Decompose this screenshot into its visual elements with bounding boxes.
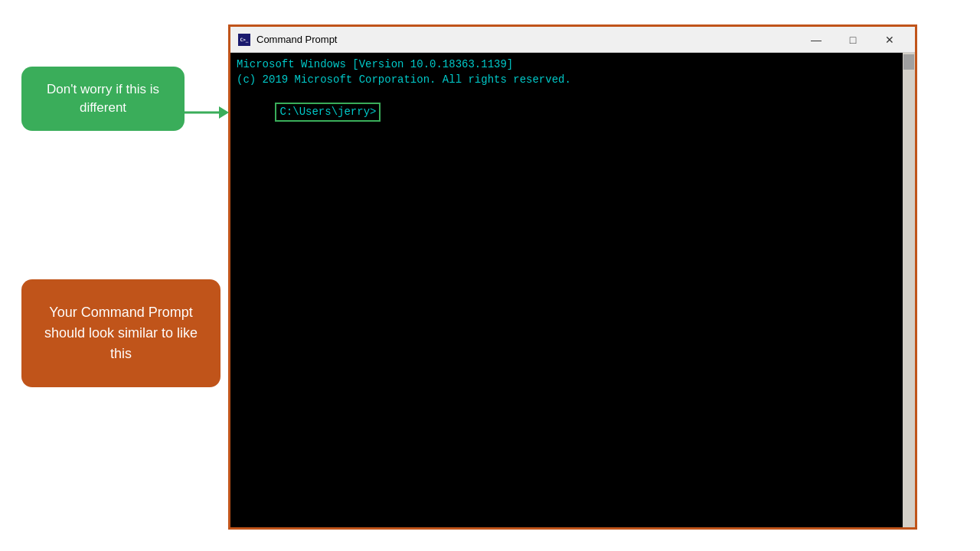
close-button[interactable]: ✕ <box>872 29 907 51</box>
cmd-terminal-content: Microsoft Windows [Version 10.0.18363.11… <box>230 53 915 527</box>
cmd-prompt-line: C:\Users\jerry> <box>237 87 909 137</box>
annotation-bubble-orange: Your Command Prompt should look similar … <box>21 279 220 387</box>
svg-marker-1 <box>219 106 229 119</box>
cmd-title: Command Prompt <box>256 34 799 45</box>
cmd-scrollbar[interactable] <box>903 53 915 527</box>
maximize-button[interactable]: □ <box>835 29 871 51</box>
arrow-icon <box>185 101 230 124</box>
annotation-bubble-green: Don't worry if this is different <box>21 67 185 131</box>
cmd-line-2: (c) 2019 Microsoft Corporation. All righ… <box>237 73 909 88</box>
cmd-line-1: Microsoft Windows [Version 10.0.18363.11… <box>237 57 909 73</box>
annotation-green-text: Don't worry if this is different <box>47 82 159 115</box>
annotation-orange-text: Your Command Prompt should look similar … <box>44 305 198 361</box>
cmd-window-controls: — □ ✕ <box>799 29 907 51</box>
annotation-arrow <box>185 101 230 124</box>
cmd-titlebar: Command Prompt — □ ✕ <box>230 27 915 53</box>
cmd-app-icon <box>238 34 250 46</box>
minimize-button[interactable]: — <box>799 29 834 51</box>
cmd-prompt: C:\Users\jerry> <box>275 103 381 122</box>
scrollbar-thumb[interactable] <box>903 54 914 70</box>
cmd-window: Command Prompt — □ ✕ Microsoft Windows [… <box>228 24 917 530</box>
